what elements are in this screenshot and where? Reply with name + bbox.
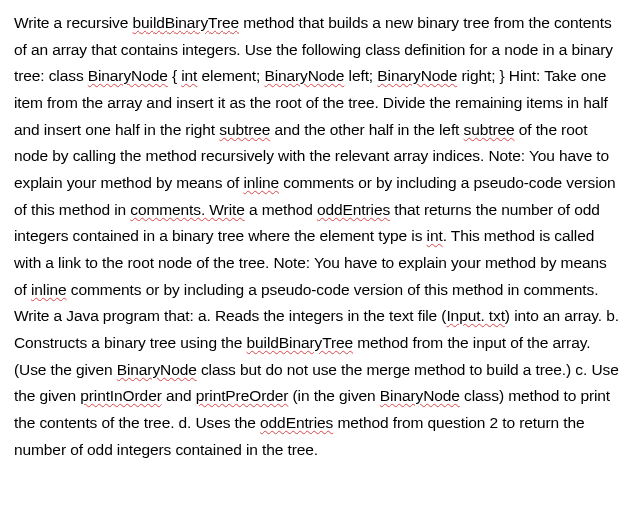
spell-error-text: int: [427, 227, 443, 244]
body-text: {: [168, 67, 182, 84]
document-body: Write a recursive buildBinaryTree method…: [14, 10, 622, 463]
spell-error-text: BinaryNode: [377, 67, 457, 84]
spell-error-text: comments. Write: [130, 201, 245, 218]
body-text: and the other half in the left: [270, 121, 463, 138]
spell-error-text: int: [181, 67, 197, 84]
spell-error-text: subtree: [219, 121, 270, 138]
spell-error-text: subtree: [464, 121, 515, 138]
spell-error-text: BinaryNode: [264, 67, 344, 84]
spell-error-text: BinaryNode: [117, 361, 197, 378]
spell-error-text: Input. txt: [446, 307, 504, 324]
spell-error-text: printInOrder: [80, 387, 162, 404]
spell-error-text: oddEntries: [317, 201, 390, 218]
body-text: and: [162, 387, 196, 404]
spell-error-text: buildBinaryTree: [247, 334, 353, 351]
spell-error-text: oddEntries: [260, 414, 333, 431]
spell-error-text: buildBinaryTree: [133, 14, 239, 31]
spell-error-text: inline: [243, 174, 279, 191]
body-text: (in the given: [288, 387, 380, 404]
spell-error-text: inline: [31, 281, 67, 298]
body-text: left;: [344, 67, 377, 84]
spell-error-text: BinaryNode: [88, 67, 168, 84]
spell-error-text: BinaryNode: [380, 387, 460, 404]
body-text: element;: [197, 67, 264, 84]
spell-error-text: printPreOrder: [196, 387, 289, 404]
body-text: Write a recursive: [14, 14, 133, 31]
body-text: a method: [245, 201, 317, 218]
